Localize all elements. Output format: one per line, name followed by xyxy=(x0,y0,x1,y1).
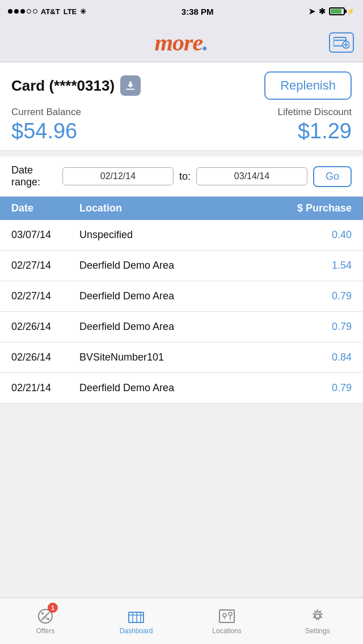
svg-point-8 xyxy=(47,618,49,620)
th-location: Location xyxy=(79,202,278,214)
svg-point-19 xyxy=(229,612,232,616)
add-card-button[interactable] xyxy=(329,32,354,53)
td-purchase: 0.84 xyxy=(278,351,352,363)
status-right: ➤ ✱ ⚡ xyxy=(309,7,355,16)
card-title: Card (****0313) xyxy=(11,75,141,96)
td-location: BVSiteNumber101 xyxy=(79,351,278,363)
svg-point-17 xyxy=(223,613,226,617)
th-purchase: $ Purchase xyxy=(278,202,352,214)
location-icon: ➤ xyxy=(309,7,315,16)
td-location: Deerfield Demo Area xyxy=(79,290,278,302)
td-purchase: 0.79 xyxy=(278,290,352,302)
table-row: 02/26/14 Deerfield Demo Area 0.79 xyxy=(0,312,363,342)
logo: more. xyxy=(154,29,208,56)
tab-bar: 1 % Offers Dashboard Locations xyxy=(0,598,363,644)
svg-rect-16 xyxy=(220,610,234,622)
td-date: 02/21/14 xyxy=(11,382,79,394)
td-date: 03/07/14 xyxy=(11,229,79,241)
logo-text: more xyxy=(154,29,202,56)
table-row: 03/07/14 Unspecified 0.40 xyxy=(0,220,363,251)
tab-locations-label: Locations xyxy=(212,627,241,635)
date-range-section: Date range: to: Go xyxy=(0,156,363,197)
card-number-label: Card (****0313) xyxy=(11,77,115,95)
current-balance-label: Current Balance xyxy=(11,107,81,118)
tab-dashboard-label: Dashboard xyxy=(120,627,153,635)
card-section: Card (****0313) Replenish Current Balanc… xyxy=(0,62,363,151)
lifetime-discount-col: Lifetime Discount $1.29 xyxy=(278,107,352,143)
td-location: Deerfield Demo Area xyxy=(79,260,278,272)
svg-rect-11 xyxy=(129,612,143,622)
to-label: to: xyxy=(179,171,191,183)
offers-badge: 1 xyxy=(48,603,58,613)
td-date: 02/26/14 xyxy=(11,321,79,333)
charging-icon: ⚡ xyxy=(347,7,355,15)
tab-settings-label: Settings xyxy=(305,627,330,635)
th-date: Date xyxy=(11,202,79,214)
td-date: 02/27/14 xyxy=(11,260,79,272)
svg-point-7 xyxy=(41,612,44,615)
lifetime-discount-value: $1.29 xyxy=(278,119,352,143)
battery-icon xyxy=(329,7,345,15)
svg-rect-5 xyxy=(126,89,135,90)
signal-dots xyxy=(8,9,37,14)
carrier-label: AT&T xyxy=(41,7,60,16)
status-left: AT&T LTE ✳ xyxy=(8,7,86,16)
table-row: 02/27/14 Deerfield Demo Area 1.54 xyxy=(0,251,363,281)
tab-offers-label: Offers xyxy=(36,627,54,635)
balance-row: Current Balance $54.96 Lifetime Discount… xyxy=(11,107,352,143)
current-balance-col: Current Balance $54.96 xyxy=(11,107,81,143)
tab-dashboard[interactable]: Dashboard xyxy=(91,598,182,644)
date-range-label: Date range: xyxy=(11,164,57,188)
go-button[interactable]: Go xyxy=(313,166,352,187)
logo-dot: . xyxy=(202,29,209,56)
tab-locations[interactable]: Locations xyxy=(182,598,272,644)
transaction-table: 03/07/14 Unspecified 0.40 02/27/14 Deerf… xyxy=(0,220,363,404)
td-purchase: 0.79 xyxy=(278,321,352,333)
table-row: 02/26/14 BVSiteNumber101 0.84 xyxy=(0,342,363,373)
header: more. xyxy=(0,23,363,62)
table-row: 02/27/14 Deerfield Demo Area 0.79 xyxy=(0,281,363,312)
table-row: 02/21/14 Deerfield Demo Area 0.79 xyxy=(0,373,363,404)
locations-icon xyxy=(218,608,235,625)
arrow-down-icon xyxy=(124,79,137,92)
status-bar: AT&T LTE ✳ 3:38 PM ➤ ✱ ⚡ xyxy=(0,0,363,23)
td-location: Deerfield Demo Area xyxy=(79,321,278,333)
time-label: 3:38 PM xyxy=(182,7,214,16)
td-location: Unspecified xyxy=(79,229,278,241)
network-label: LTE xyxy=(64,7,77,16)
tab-settings[interactable]: Settings xyxy=(272,598,363,644)
section-divider xyxy=(0,151,363,156)
lifetime-discount-label: Lifetime Discount xyxy=(278,107,352,118)
card-plus-icon xyxy=(334,36,349,49)
replenish-button[interactable]: Replenish xyxy=(264,71,352,100)
card-title-row: Card (****0313) Replenish xyxy=(11,71,352,100)
td-location: Deerfield Demo Area xyxy=(79,382,278,394)
table-header: Date Location $ Purchase xyxy=(0,197,363,220)
td-date: 02/26/14 xyxy=(11,351,79,363)
td-purchase: 0.40 xyxy=(278,229,352,241)
tab-offers[interactable]: 1 % Offers xyxy=(0,598,91,644)
download-icon-button[interactable] xyxy=(120,75,141,96)
network-activity-icon: ✳ xyxy=(80,7,86,16)
date-from-input[interactable] xyxy=(62,167,174,185)
td-purchase: 1.54 xyxy=(278,260,352,272)
date-to-input[interactable] xyxy=(196,167,307,185)
settings-icon xyxy=(309,608,326,625)
dashboard-icon xyxy=(128,608,145,625)
svg-text:%: % xyxy=(43,615,47,620)
bluetooth-icon: ✱ xyxy=(319,7,326,16)
current-balance-value: $54.96 xyxy=(11,119,81,143)
td-date: 02/27/14 xyxy=(11,290,79,302)
td-purchase: 0.79 xyxy=(278,382,352,394)
